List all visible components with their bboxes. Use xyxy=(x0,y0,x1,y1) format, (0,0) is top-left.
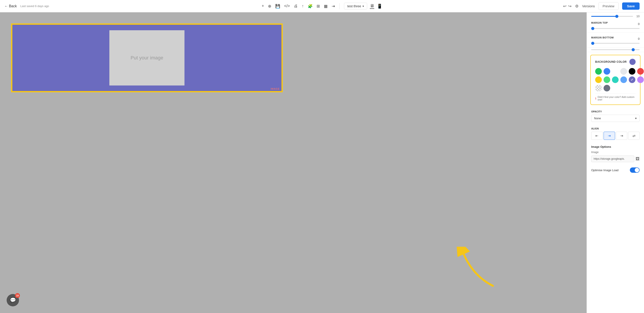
chevron-down-icon: ▾ xyxy=(362,5,364,8)
custom-color-hint[interactable]: ℹ Didn't find your color? Add custom one… xyxy=(595,93,636,101)
margin-bottom-slider[interactable] xyxy=(591,43,640,44)
opacity-dropdown[interactable]: None ▾ xyxy=(591,115,640,122)
image-url-input[interactable] xyxy=(591,156,634,162)
right-panel: 10 Margin Top 0 Margin Bottom 0 xyxy=(586,12,644,313)
extra-slider-section xyxy=(587,48,644,52)
image-block-inner: Put your image IMAGE xyxy=(12,25,282,91)
layers-icon[interactable]: ⊕ xyxy=(268,4,271,8)
settings-icon[interactable]: ⚙ xyxy=(575,4,578,8)
color-swatch-purple[interactable] xyxy=(629,76,636,83)
color-swatch-blue[interactable] xyxy=(604,68,610,75)
align-buttons: ⇤ ⇥ ⇥ ⇄ xyxy=(591,132,640,140)
custom-color-text: Didn't find your color? Add custom one! xyxy=(598,96,636,101)
image-url-row: 🖼 xyxy=(591,156,640,162)
export-icon[interactable]: ⇥ xyxy=(332,4,335,8)
code-icon[interactable]: </> xyxy=(284,4,290,8)
color-swatch-dark-gray[interactable] xyxy=(604,85,610,92)
image-options-section: Image Options Image 🖼 xyxy=(587,142,644,165)
upload-icon[interactable]: ↑ xyxy=(302,4,304,8)
image-placeholder-text: Put your image xyxy=(130,55,163,61)
background-color-label: BACKGROUND COLOR xyxy=(595,60,627,64)
align-center-button[interactable]: ⇥ xyxy=(604,132,615,140)
image-field-label: Image xyxy=(591,151,640,154)
device-icons: 🖥 📱 xyxy=(370,3,382,9)
canvas-area[interactable]: Put your image IMAGE 💬 10 xyxy=(0,12,586,313)
color-swatch-light-purple[interactable] xyxy=(637,76,644,83)
top-bar-right: ↩ ↪ ⚙ Versions Preview Save xyxy=(563,2,640,10)
color-swatch-teal[interactable] xyxy=(612,76,618,83)
info-icon: ℹ xyxy=(595,97,596,100)
image-placeholder: Put your image xyxy=(109,30,184,86)
arrow-annotation xyxy=(454,247,502,291)
tablet-icon[interactable]: 📱 xyxy=(377,4,382,9)
extra-slider[interactable] xyxy=(591,49,640,50)
save-button[interactable]: Save xyxy=(622,2,640,10)
image-upload-icon[interactable]: 🖼 xyxy=(636,156,640,161)
undo-redo-group: ↩ ↪ xyxy=(563,4,572,8)
page-title: test three xyxy=(347,4,361,8)
toggle-thumb xyxy=(635,168,639,172)
top-slider-area: 10 xyxy=(587,12,644,18)
color-swatch-light-gray[interactable] xyxy=(620,68,627,75)
current-color-swatch[interactable] xyxy=(630,59,636,65)
align-label: ALIGN xyxy=(591,127,640,130)
image-options-label[interactable]: Image Options xyxy=(591,145,640,148)
align-section: ALIGN ⇤ ⇥ ⇥ ⇄ xyxy=(587,124,644,142)
redo-button[interactable]: ↪ xyxy=(568,4,572,8)
align-left-button[interactable]: ⇤ xyxy=(591,132,603,140)
top-bar-left: ← Back Last saved 6 days ago xyxy=(4,4,49,8)
color-swatch-red[interactable] xyxy=(637,68,644,75)
top-bar-center: + ⊕ 💾 </> 🖨 ↑ 🧩 ⊞ ▦ ⇥ test three ▾ 🖥 📱 xyxy=(262,3,382,10)
save-icon[interactable]: 💾 xyxy=(275,4,280,8)
color-swatch-yellow[interactable] xyxy=(595,76,602,83)
optimise-row: Optimise Image Load xyxy=(587,165,644,176)
chat-badge: 10 xyxy=(15,293,20,298)
align-justify-button[interactable]: ⇄ xyxy=(628,132,640,140)
grid-icon[interactable]: ▦ xyxy=(324,4,328,8)
preview-button[interactable]: Preview xyxy=(598,2,618,10)
chevron-down-icon: ▾ xyxy=(635,117,637,120)
margin-top-slider[interactable] xyxy=(591,28,640,29)
color-swatch-transparent[interactable] xyxy=(595,85,602,92)
color-grid xyxy=(595,68,636,92)
top-bar: ← Back Last saved 6 days ago + ⊕ 💾 </> 🖨… xyxy=(0,0,644,12)
versions-button[interactable]: Versions xyxy=(582,4,595,8)
canvas-wrapper: Put your image IMAGE xyxy=(0,12,586,104)
puzzle-icon[interactable]: 🧩 xyxy=(308,4,312,8)
undo-button[interactable]: ↩ xyxy=(563,4,566,8)
opacity-label: Opacity xyxy=(591,110,640,113)
color-swatch-sky-blue[interactable] xyxy=(620,76,627,83)
margin-top-value: 0 xyxy=(638,22,640,26)
desktop-icon[interactable]: 🖥 xyxy=(370,3,374,9)
main-layout: Put your image IMAGE 💬 10 xyxy=(0,12,644,313)
color-picker-header: BACKGROUND COLOR xyxy=(595,59,636,65)
print-icon[interactable]: 🖨 xyxy=(294,4,298,8)
table-icon[interactable]: ⊞ xyxy=(316,4,320,8)
image-block-outer[interactable]: Put your image IMAGE xyxy=(11,24,283,92)
margin-bottom-value: 0 xyxy=(638,37,640,40)
color-swatch-light-green[interactable] xyxy=(604,76,610,83)
margin-bottom-section: Margin Bottom 0 xyxy=(587,33,644,48)
optimise-toggle[interactable] xyxy=(630,168,640,173)
top-slider-track[interactable] xyxy=(591,16,633,17)
saved-status: Last saved 6 days ago xyxy=(20,4,49,8)
back-button[interactable]: ← Back xyxy=(4,4,17,8)
margin-top-label: Margin Top xyxy=(591,22,608,24)
color-swatch-green[interactable] xyxy=(595,68,602,75)
divider xyxy=(339,3,340,9)
chat-icon: 💬 xyxy=(10,297,16,303)
page-title-button[interactable]: test three ▾ xyxy=(344,3,367,10)
add-icon[interactable]: + xyxy=(262,4,264,8)
optimise-label: Optimise Image Load xyxy=(591,168,618,172)
opacity-value: None xyxy=(594,117,601,120)
toolbar-icons: + ⊕ 💾 </> 🖨 ↑ 🧩 ⊞ ▦ ⇥ xyxy=(262,4,335,8)
opacity-section: Opacity None ▾ xyxy=(587,108,644,124)
align-right-button[interactable]: ⇥ xyxy=(616,132,628,140)
image-label: IMAGE xyxy=(271,88,280,90)
color-swatch-black[interactable] xyxy=(629,68,636,75)
margin-top-section: Margin Top 0 xyxy=(587,18,644,33)
chat-bubble[interactable]: 💬 10 xyxy=(7,294,19,306)
top-slider-value: 10 xyxy=(636,14,640,18)
color-picker-panel: BACKGROUND COLOR xyxy=(590,55,640,105)
margin-bottom-label: Margin Bottom xyxy=(591,36,614,39)
